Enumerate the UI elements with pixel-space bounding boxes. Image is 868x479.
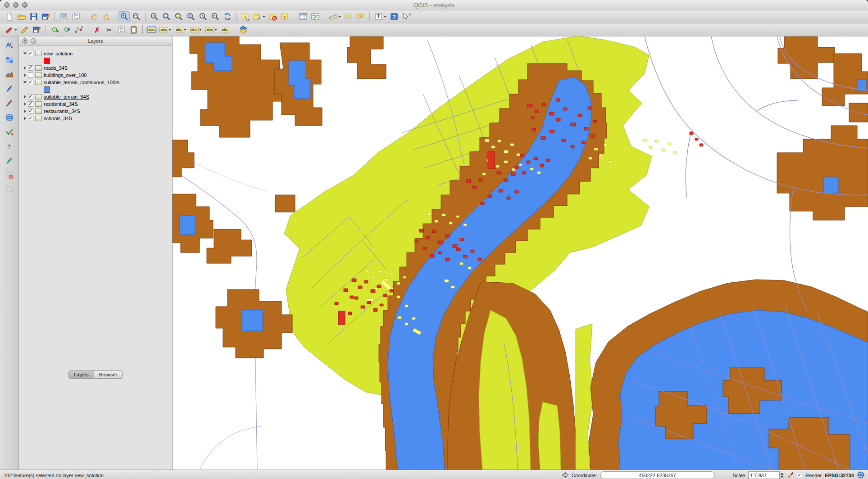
- disclosure-triangle[interactable]: [24, 102, 26, 106]
- question-icon: ?: [8, 143, 11, 150]
- disclosure-triangle[interactable]: [23, 81, 27, 84]
- zoom-to-selection-button[interactable]: [173, 11, 184, 22]
- deselect-features-button[interactable]: [267, 11, 278, 22]
- clipper-icon[interactable]: [4, 170, 15, 181]
- select-features-button[interactable]: [252, 11, 266, 22]
- layer-item-restaurants-34s[interactable]: restaurants_34S: [23, 108, 172, 115]
- select-by-expression-button[interactable]: ε: [279, 11, 291, 22]
- scale-stepper[interactable]: [780, 473, 784, 478]
- save-project-button[interactable]: [28, 11, 39, 22]
- composer-manager-button[interactable]: [70, 11, 82, 22]
- zoom-out-button[interactable]: [131, 11, 142, 22]
- interpolation-icon[interactable]: [4, 69, 15, 80]
- new-project-button[interactable]: [4, 11, 15, 22]
- coordinate-input[interactable]: [600, 471, 715, 479]
- disclosure-triangle[interactable]: [24, 117, 26, 120]
- processing-toolbox-button[interactable]: [237, 24, 249, 35]
- disclosure-triangle[interactable]: [23, 53, 27, 55]
- save-project-as-button[interactable]: [40, 11, 51, 22]
- attribute-table-button[interactable]: [297, 11, 309, 22]
- scale-input[interactable]: [748, 471, 780, 479]
- layer-item-roads-34s[interactable]: roads_34S: [23, 64, 172, 72]
- add-feature-button[interactable]: [49, 24, 60, 35]
- zoom-native-button[interactable]: [149, 11, 160, 22]
- layer-checkbox[interactable]: [28, 51, 33, 56]
- copy-features-button[interactable]: [116, 24, 127, 35]
- layer-checkbox[interactable]: [28, 116, 33, 121]
- current-edits-button[interactable]: [4, 24, 18, 35]
- mouse-position-icon[interactable]: [562, 472, 568, 479]
- layer-checkbox[interactable]: [28, 101, 33, 107]
- layer-item-residential-34s[interactable]: residential_34S: [23, 100, 172, 108]
- layer-item-new-solution[interactable]: new_solution: [23, 50, 172, 57]
- blue-symbol-swatch[interactable]: [44, 86, 50, 93]
- web-globe-icon[interactable]: [4, 112, 15, 123]
- layer-checkbox[interactable]: [28, 80, 33, 85]
- statistical-summary-button[interactable]: [309, 11, 321, 22]
- quill-annotation-icon[interactable]: [4, 83, 15, 94]
- crs-status-icon[interactable]: [857, 471, 864, 479]
- whats-this-button[interactable]: ?: [400, 11, 412, 22]
- map-canvas[interactable]: [173, 36, 868, 470]
- save-layer-edits-button[interactable]: [31, 24, 42, 35]
- vector-digitize-icon[interactable]: [4, 40, 15, 51]
- label-show-button[interactable]: abc: [189, 24, 203, 35]
- layer-checkbox[interactable]: [28, 94, 33, 99]
- tab-browser[interactable]: Browser: [94, 371, 123, 379]
- zoom-window-button[interactable]: [22, 2, 27, 8]
- text-annotation-button[interactable]: T: [373, 11, 387, 22]
- zoom-last-button[interactable]: [197, 11, 209, 22]
- tab-layers[interactable]: Layers: [68, 371, 94, 379]
- red-symbol-swatch[interactable]: [44, 58, 50, 64]
- open-project-button[interactable]: [16, 11, 27, 22]
- paste-features-button[interactable]: [128, 24, 139, 35]
- layer-item-schools-34s[interactable]: schools_34S: [23, 115, 172, 122]
- map-tips-button[interactable]: [343, 11, 354, 22]
- plugin-help-icon[interactable]: ?: [4, 141, 15, 152]
- help-contents-button[interactable]: ?: [388, 11, 400, 22]
- disclosure-triangle[interactable]: [24, 73, 26, 77]
- zoom-to-layer-button[interactable]: [185, 11, 196, 22]
- toggle-editing-button[interactable]: [19, 24, 30, 35]
- feather-plugin-icon[interactable]: [4, 155, 15, 166]
- label-rotate-button[interactable]: abc: [219, 24, 231, 35]
- layer-checkbox[interactable]: [28, 108, 33, 114]
- disclosure-triangle[interactable]: [24, 95, 26, 99]
- label-layered-button[interactable]: abc: [158, 24, 173, 35]
- vector-check-icon[interactable]: [4, 127, 15, 137]
- new-composer-button[interactable]: [58, 11, 69, 22]
- measure-line-button[interactable]: [327, 11, 342, 22]
- stepper-up-icon[interactable]: [780, 473, 784, 475]
- layer-item-buildings-over-100[interactable]: buildings_over_100: [23, 72, 172, 79]
- layer-item-suitable-terrain-continuous[interactable]: suitable_terrain_continuous_100m: [23, 79, 172, 86]
- raster-grid-icon[interactable]: [4, 54, 15, 65]
- new-bookmark-button[interactable]: [355, 11, 366, 22]
- render-checkbox[interactable]: [797, 473, 802, 478]
- delete-selected-button[interactable]: ✗: [91, 24, 103, 35]
- label-pin-button[interactable]: abc: [173, 24, 188, 35]
- move-feature-button[interactable]: [61, 24, 73, 35]
- zoom-full-button[interactable]: [161, 11, 172, 22]
- cut-features-button[interactable]: ✂: [104, 24, 115, 35]
- scale-combo[interactable]: [748, 471, 784, 479]
- stepper-down-icon[interactable]: [780, 476, 784, 478]
- paint-annotation-icon[interactable]: [4, 98, 15, 108]
- layer-item-suitable-terrain-34s[interactable]: suitable_terrain_34S: [23, 93, 172, 100]
- layer-checkbox[interactable]: [28, 72, 33, 78]
- label-highlight-button[interactable]: abc: [146, 24, 157, 35]
- refresh-map-button[interactable]: [222, 11, 233, 22]
- selection-box-icon[interactable]: [4, 184, 15, 195]
- disclosure-triangle[interactable]: [24, 66, 26, 70]
- render-brush-icon[interactable]: [787, 471, 794, 479]
- close-window-button[interactable]: [4, 2, 9, 8]
- zoom-next-button[interactable]: [209, 11, 221, 22]
- node-tool-button[interactable]: [73, 24, 85, 35]
- layer-checkbox[interactable]: [28, 65, 33, 71]
- disclosure-triangle[interactable]: [24, 109, 26, 113]
- pan-map-button[interactable]: [88, 11, 100, 22]
- zoom-in-button[interactable]: [118, 11, 130, 22]
- pan-to-selection-button[interactable]: [100, 11, 112, 22]
- label-move-button[interactable]: abc: [204, 24, 218, 35]
- minimize-window-button[interactable]: [13, 2, 18, 8]
- identify-features-button[interactable]: i: [240, 11, 251, 22]
